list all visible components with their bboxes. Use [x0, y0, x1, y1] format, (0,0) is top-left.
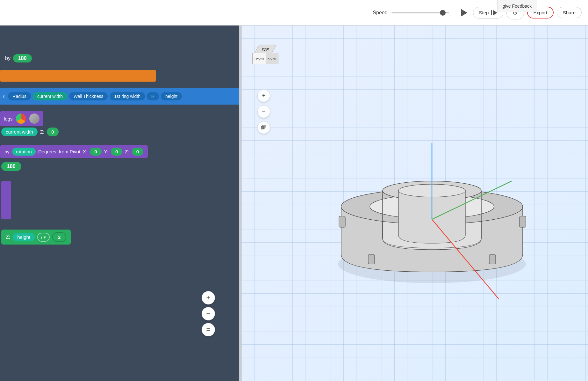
svg-rect-13: [489, 254, 496, 264]
rotation-tag[interactable]: rotation: [12, 148, 36, 156]
vp-zoom-in-button[interactable]: +: [257, 89, 270, 102]
zoom-reset-icon: =: [206, 326, 211, 334]
orange-block[interactable]: [0, 70, 156, 82]
share-label: Share: [563, 10, 576, 15]
div-operator[interactable]: / ▾: [37, 233, 50, 242]
bottom-z-label: Z:: [6, 234, 10, 240]
back-arrow-icon[interactable]: ‹: [3, 92, 5, 100]
z-label-rotation: Z:: [125, 149, 129, 154]
svg-rect-0: [261, 127, 264, 129]
zoom-in-icon: +: [206, 294, 211, 302]
step-icon: [489, 10, 497, 16]
current-width-label[interactable]: current width: [1, 128, 38, 136]
speed-section: Speed: [373, 10, 448, 16]
num-2[interactable]: 2: [52, 232, 66, 242]
by-label: by: [0, 55, 11, 61]
give-feedback-label: give Feedback: [503, 4, 532, 9]
gray-circle-icon[interactable]: [29, 114, 39, 124]
svg-rect-12: [368, 254, 375, 264]
radius-tag[interactable]: Radius: [8, 92, 31, 100]
by-value[interactable]: 180: [13, 54, 32, 62]
give-feedback-button[interactable]: give Feedback: [497, 0, 537, 12]
zoom-out-button[interactable]: −: [202, 307, 215, 320]
panel-divider[interactable]: [239, 26, 241, 381]
block-editor: by 180 ‹ Radius current width Wall Thick…: [0, 26, 240, 381]
current-width-z-row: current width Z: 0: [0, 128, 59, 136]
wall-thickness-tag[interactable]: Wall Thickness: [69, 92, 108, 100]
x-label: X:: [83, 149, 87, 154]
y-value[interactable]: 0: [111, 148, 122, 156]
purple-block-row: legs: [0, 111, 43, 126]
cube-right-face[interactable]: RIGHT: [266, 53, 278, 64]
by-rotation-label: by: [4, 149, 10, 154]
cube-front-face[interactable]: FRONT: [252, 53, 267, 64]
zoom-reset-button[interactable]: =: [202, 323, 215, 336]
view-cube-icon: [261, 124, 267, 131]
viewport-controls: + −: [257, 89, 270, 134]
height-tag-bar[interactable]: height: [161, 92, 182, 100]
height-tag-bottom[interactable]: height: [13, 233, 35, 241]
speed-label: Speed: [373, 10, 387, 16]
step-label: Step: [479, 10, 489, 15]
degrees-label: Degrees: [38, 149, 56, 154]
zoom-out-icon: −: [206, 310, 211, 318]
z-value[interactable]: 0: [47, 128, 58, 136]
svg-rect-11: [520, 216, 526, 227]
color-wheel-icon[interactable]: [16, 114, 26, 124]
variable-tags-bar: ‹ Radius current width Wall Thickness 1s…: [0, 88, 240, 105]
h-tag[interactable]: H: [147, 92, 159, 100]
legs-label: legs: [4, 116, 13, 121]
ring-3d-object: [330, 117, 534, 309]
play-icon: [461, 9, 467, 17]
vp-zoom-out-button[interactable]: −: [257, 105, 270, 118]
z-label: Z:: [40, 129, 44, 135]
orientation-cube[interactable]: TOP FRONT RIGHT: [251, 45, 280, 73]
speed-slider-thumb[interactable]: [440, 10, 446, 16]
x-value[interactable]: 0: [90, 148, 101, 156]
by-180-block: by 180: [0, 54, 32, 62]
purple-tall-block: [1, 181, 11, 219]
viewport[interactable]: TOP FRONT RIGHT + −: [241, 26, 588, 381]
val-180-block[interactable]: 180: [1, 162, 21, 171]
current-width-tag[interactable]: current width: [33, 92, 67, 100]
speed-slider[interactable]: [391, 12, 449, 13]
ring-width-tag[interactable]: 1st ring width: [110, 92, 145, 100]
from-pivot-label: from Pivot: [59, 149, 81, 154]
toolbar: give Feedback Speed Step ↺ Export Share: [0, 0, 588, 26]
rotation-row: by rotation Degrees from Pivot X: 0 Y: 0…: [0, 145, 148, 158]
svg-rect-10: [339, 216, 345, 227]
z-rotation-value[interactable]: 0: [132, 148, 143, 156]
vp-view-button[interactable]: [257, 121, 270, 134]
y-label: Y:: [104, 149, 108, 154]
zoom-in-button[interactable]: +: [202, 291, 215, 304]
play-button[interactable]: [458, 6, 470, 19]
zoom-controls: + − =: [202, 291, 215, 336]
share-button[interactable]: Share: [557, 7, 582, 18]
bottom-z-row: Z: height / ▾ 2: [1, 230, 71, 245]
